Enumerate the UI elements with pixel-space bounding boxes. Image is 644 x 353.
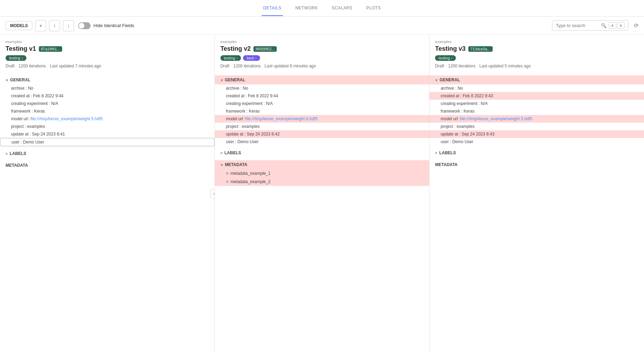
project-label-2: examples [220,40,424,44]
id-badge-3: 713dce0a... [468,46,493,52]
labels-label-3: LABELS [439,150,456,155]
models-button[interactable]: MODELS [6,21,32,30]
tag-row-1: testing [6,55,209,61]
updated-label-1: Last updated 7 minutes ago [50,64,101,68]
model-url-link-2[interactable]: file:///tmp/keras_example/weight.6.hdf5 [245,116,318,121]
field-project-2: project : examples [215,123,429,130]
model-title-2: Testing v2 f4569952... [220,45,424,52]
field-framework-2: framework : Keras [215,107,429,115]
tab-network[interactable]: NETWORK [294,1,319,16]
field-model-url-3: model url : file:///tmp/keras_example/we… [429,115,644,123]
sort-down-button[interactable]: ↓ [63,20,74,31]
hide-identical-toggle[interactable]: Hide Identical Fields [78,22,134,29]
labels-section-2[interactable]: > LABELS [215,148,429,157]
toggle-switch[interactable] [78,22,91,29]
hide-identical-label: Hide Identical Fields [93,23,134,28]
id-badge-2: f4569952... [253,46,277,52]
metadata-section-1[interactable]: METADATA [0,161,215,170]
metadata-sub-label-1: metadata_example_1 [231,171,270,176]
updated-label-3: Last updated 5 minutes ago [479,64,531,68]
main-content: examples Testing v1 87a19f41... testing … [0,35,644,353]
column-2-header: examples Testing v2 f4569952... testing … [215,35,429,73]
field-creating-3: creating experiment : N/A [429,100,644,107]
iterations-label-3: 1200 iterations [448,64,476,68]
field-created-3: created at : Feb 8 2022 9:43 [429,92,644,100]
general-label-1: GENERAL [10,77,31,82]
metadata-label-1: METADATA [6,163,28,168]
labels-section-1[interactable]: > LABELS [0,149,215,158]
iterations-label-1: 1200 iterations [18,64,46,68]
sort-up-button[interactable]: ↑ [49,20,60,31]
refresh-button[interactable]: ⟳ [634,22,638,29]
collapse-button-1[interactable]: « [210,189,215,199]
general-label-3: GENERAL [440,77,460,82]
column-2: examples Testing v2 f4569952... testing … [215,35,430,353]
general-section-2[interactable]: ∨ GENERAL [215,75,429,84]
metadata-section-3[interactable]: METADATA [429,160,644,169]
model-url-link-1[interactable]: file:///tmp/keras_example/weight.5.hdf5 [31,116,103,121]
field-creating-1: creating experiment : N/A [0,100,215,107]
general-section-1[interactable]: ∨ GENERAL [0,75,215,84]
model-url-link-3[interactable]: file:///tmp/keras_example/weight.3.hdf5 [460,116,532,121]
column-3: examples Testing v3 713dce0a... testing … [429,35,644,353]
model-title-1: Testing v1 87a19f41... [6,45,209,52]
iterations-label-2: 1200 iterations [233,64,261,68]
meta-row-3: Draft · 1200 iterations · Last updated 5… [435,64,638,68]
model-title-3: Testing v3 713dce0a... [435,45,638,52]
search-prev-button[interactable]: ∧ [609,22,616,29]
metadata-label-3: METADATA [435,162,458,167]
chevron-down-icon-2: ∨ [220,78,223,82]
top-tabs: DETAILS NETWORK SCALARS PLOTS [0,0,644,17]
project-label-1: examples [6,40,209,44]
field-user-2: user : Demo User [215,138,429,146]
field-model-url-1: model url : file:///tmp/keras_example/we… [0,115,215,123]
tab-scalars[interactable]: SCALARS [331,1,354,16]
search-icon: 🔍 [601,23,607,28]
field-archive-1: archive : No [0,84,215,92]
metadata-section-2[interactable]: ∨ METADATA [215,160,429,169]
draft-label-2: Draft [220,64,229,68]
chevron-right-icon-sub2: > [226,179,228,184]
metadata-sub-1[interactable]: > metadata_example_1 [215,169,429,178]
tag-testing-2: testing [220,55,241,61]
metadata-sub-label-2: metadata_example_2 [231,179,270,184]
field-project-1: project : examples [0,123,215,130]
general-label-2: GENERAL [225,77,245,82]
tag-testing-3: testing [435,55,456,61]
labels-section-3[interactable]: > LABELS [429,148,644,157]
meta-row-2: Draft · 1200 iterations · Last updated 6… [220,64,424,68]
field-framework-3: framework : Keras [429,107,644,115]
chevron-down-icon-3: ∨ [435,78,437,82]
add-model-button[interactable]: + [35,20,46,31]
column-3-header: examples Testing v3 713dce0a... testing … [429,35,644,73]
search-input[interactable] [556,23,599,28]
tag-row-3: testing [435,55,638,61]
tag-row-2: testing best [220,55,424,61]
metadata-label-2: METADATA [225,162,248,167]
search-next-button[interactable]: ∨ [617,22,625,29]
field-user-3: user : Demo User [429,138,644,146]
tab-details[interactable]: DETAILS [262,1,283,16]
project-label-3: examples [435,40,638,44]
general-section-3[interactable]: ∨ GENERAL [429,75,644,84]
metadata-sub-2[interactable]: > metadata_example_2 [215,178,429,186]
field-archive-2: archive : No [215,84,429,92]
draft-label-1: Draft [6,64,15,68]
draft-label-3: Draft [435,64,444,68]
field-update-3: update at : Sep 24 2023 8:43 [429,130,644,138]
field-creating-2: creating experiment : N/A [215,100,429,107]
tab-plots[interactable]: PLOTS [365,1,382,16]
field-update-2: update at : Sep 24 2023 8:42 [215,130,429,138]
model-name-2: Testing v2 [220,45,251,52]
column-1-header: examples Testing v1 87a19f41... testing … [0,35,215,73]
chevron-right-icon-3: > [435,151,437,155]
tag-testing-1: testing [6,55,26,61]
search-nav: ∧ ∨ [609,22,625,29]
meta-row-1: Draft · 1200 iterations · Last updated 7… [6,64,209,68]
field-created-2: created at : Feb 8 2022 9:44 [215,92,429,100]
field-archive-3: archive : No [429,84,644,92]
column-1: examples Testing v1 87a19f41... testing … [0,35,215,353]
chevron-right-icon-2: > [220,151,223,155]
chevron-down-icon-meta-2: ∨ [220,163,223,167]
tag-best-2: best [243,55,260,61]
